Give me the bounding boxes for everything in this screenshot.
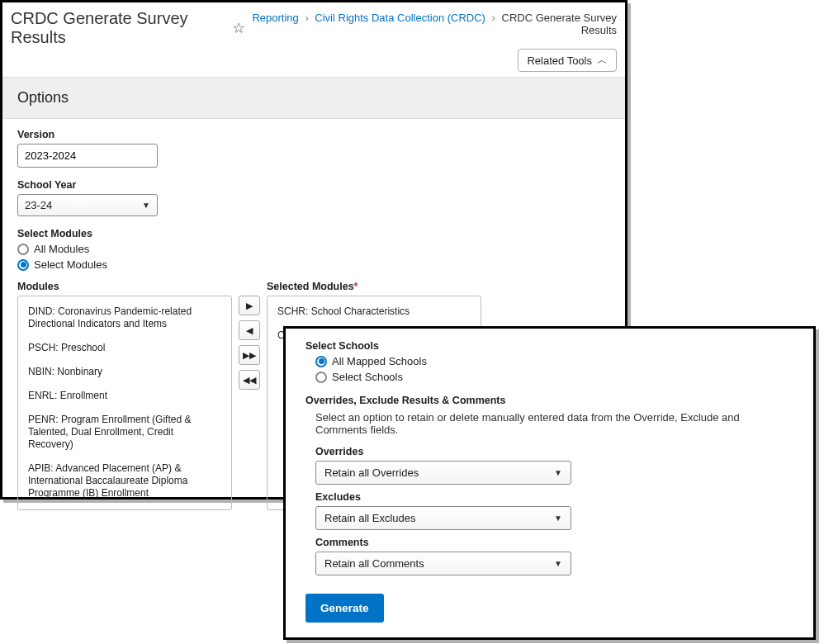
transfer-buttons: ▶ ◀ ▶▶ ◀◀ [239,281,260,510]
modules-list-label: Modules [17,281,232,292]
caret-down-icon: ▼ [554,559,562,568]
radio-icon [17,244,29,255]
version-label: Version [17,129,610,140]
radio-icon [17,259,29,271]
radio-all-modules-label: All Modules [34,243,89,255]
list-item[interactable]: SCHR: School Characteristics [268,300,481,324]
list-item[interactable]: DIND: Coronavirus Pandemic-related Direc… [18,300,231,336]
selected-modules-list-label-text: Selected Modules [267,281,354,292]
overrides-section-label: Overrides, Exclude Results & Comments [305,395,793,406]
chevron-up-icon: ︿ [597,53,608,68]
selected-modules-list-label: Selected Modules* [267,281,481,292]
school-year-label: School Year [17,179,610,191]
overlay-panel: Select Schools All Mapped Schools Select… [283,326,816,640]
radio-select-schools[interactable]: Select Schools [315,371,793,383]
related-tools-row: Related Tools ︿ [2,49,625,77]
comments-label: Comments [315,537,793,548]
move-right-button[interactable]: ▶ [239,296,260,315]
breadcrumb-current: CRDC Generate Survey Results [502,12,617,36]
related-tools-label: Related Tools [527,54,592,67]
radio-icon [315,372,327,383]
radio-all-modules[interactable]: All Modules [17,243,610,255]
chevron-right-icon: › [305,12,308,24]
select-modules-label: Select Modules [17,228,610,239]
move-left-button[interactable]: ◀ [239,320,260,340]
school-year-value: 23-24 [25,199,52,211]
modules-column: Modules DIND: Coronavirus Pandemic-relat… [17,281,232,510]
caret-down-icon: ▼ [554,468,562,477]
list-item[interactable]: PSCH: Preschool [18,336,231,360]
list-item[interactable]: APIB: Advanced Placement (AP) & Internat… [18,457,231,505]
radio-select-modules-label: Select Modules [34,258,107,271]
breadcrumb: Reporting › Civil Rights Data Collection… [245,9,617,36]
header-right: Reporting › Civil Rights Data Collection… [245,9,617,36]
required-asterisk: * [354,281,358,292]
radio-select-schools-label: Select Schools [332,371,403,383]
list-item[interactable]: EXAM: SAT/ACT & Advanced Placement (AP) … [18,505,231,510]
radio-all-mapped-schools[interactable]: All Mapped Schools [315,355,793,367]
modules-listbox[interactable]: DIND: Coronavirus Pandemic-related Direc… [17,296,232,510]
list-item[interactable]: ENRL: Enrollment [18,384,231,408]
excludes-label: Excludes [315,491,793,503]
chevron-right-icon: › [492,12,495,24]
radio-select-modules[interactable]: Select Modules [17,258,610,271]
options-heading: Options [2,77,625,119]
overrides-value: Retain all Overrides [324,466,419,479]
list-item[interactable]: PENR: Program Enrollment (Gifted & Talen… [18,408,231,457]
school-year-select[interactable]: 23-24 ▼ [17,194,158,216]
overrides-select[interactable]: Retain all Overrides ▼ [315,461,571,485]
excludes-select[interactable]: Retain all Excludes ▼ [315,506,571,530]
breadcrumb-reporting[interactable]: Reporting [252,12,298,24]
radio-all-mapped-label: All Mapped Schools [332,355,427,367]
caret-down-icon: ▼ [142,201,150,210]
header-row: CRDC Generate Survey Results ☆ Reporting… [2,2,625,49]
list-item[interactable]: NBIN: Nonbinary [18,360,231,384]
comments-select[interactable]: Retain all Comments ▼ [315,552,571,575]
caret-down-icon: ▼ [554,514,562,523]
select-schools-label: Select Schools [305,340,793,352]
page-title-text: CRDC Generate Survey Results [11,9,227,47]
version-input[interactable] [17,144,158,168]
overrides-label: Overrides [315,446,793,457]
page-title: CRDC Generate Survey Results ☆ [11,9,245,47]
related-tools-button[interactable]: Related Tools ︿ [518,49,617,72]
radio-icon [315,356,327,367]
comments-value: Retain all Comments [324,557,424,570]
breadcrumb-crdc[interactable]: Civil Rights Data Collection (CRDC) [315,12,485,24]
move-all-left-button[interactable]: ◀◀ [239,370,260,390]
excludes-value: Retain all Excludes [324,512,416,524]
overrides-helper-text: Select an option to retain or delete man… [315,411,793,436]
favorite-star-icon[interactable]: ☆ [232,19,245,37]
move-all-right-button[interactable]: ▶▶ [239,345,260,365]
generate-button[interactable]: Generate [305,594,384,623]
